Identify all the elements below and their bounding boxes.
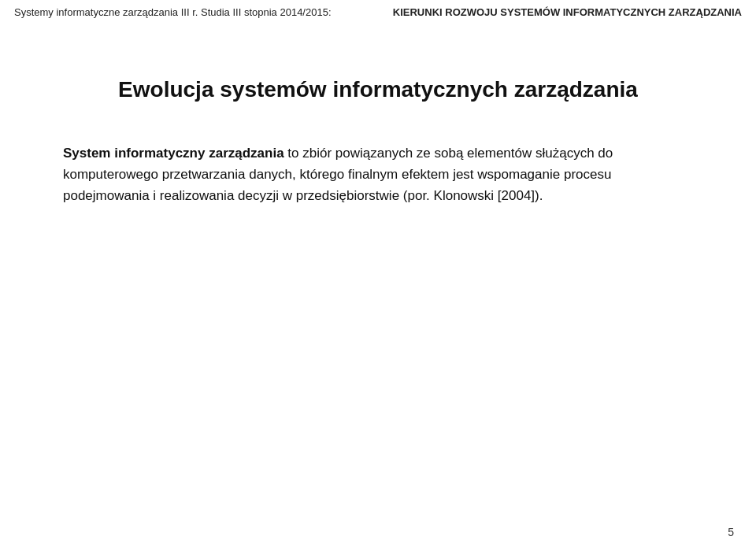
main-content: Ewolucja systemów informatycznych zarząd… bbox=[0, 24, 756, 230]
slide-header: Systemy informatyczne zarządzania III r.… bbox=[0, 0, 756, 24]
slide-title: Ewolucja systemów informatycznych zarząd… bbox=[63, 76, 693, 103]
header-right-text: KIERUNKI ROZWOJU SYSTEMÓW INFORMATYCZNYC… bbox=[332, 6, 742, 18]
body-paragraph: System informatyczny zarządzania to zbió… bbox=[63, 142, 693, 207]
header-left-text: Systemy informatyczne zarządzania III r.… bbox=[14, 6, 332, 18]
definition-term: System informatyczny zarządzania bbox=[63, 146, 284, 161]
header-course: Systemy informatyczne zarządzania III r. bbox=[14, 6, 198, 18]
page-number: 5 bbox=[728, 526, 734, 538]
header-separator: Studia III stopnia 2014/2015: bbox=[198, 6, 331, 18]
